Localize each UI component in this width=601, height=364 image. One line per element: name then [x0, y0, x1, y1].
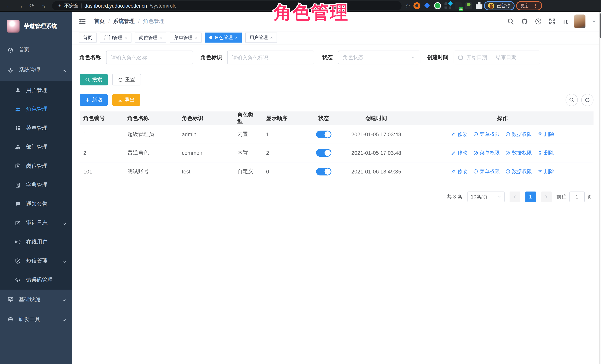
- refresh-table-button[interactable]: [581, 94, 593, 106]
- pagination-goto: 前往 页: [557, 191, 592, 202]
- scrollbar-thumb[interactable]: [600, 13, 601, 38]
- tab-close-icon[interactable]: ×: [160, 35, 162, 40]
- sidebar-item-system-management[interactable]: 系统管理: [0, 59, 72, 81]
- sidebar-item-label: 研发工具: [19, 316, 40, 323]
- tab-close-icon[interactable]: ×: [125, 35, 127, 40]
- tab-label: 岗位管理: [139, 34, 157, 41]
- page-scrollbar[interactable]: [599, 12, 601, 364]
- add-button[interactable]: 新增: [80, 94, 107, 106]
- breadcrumb-home[interactable]: 首页: [94, 18, 105, 25]
- user-avatar[interactable]: [574, 15, 585, 28]
- chevron-down-icon: [62, 297, 66, 301]
- delete-link[interactable]: 删除: [538, 149, 554, 156]
- sidebar-collapse-icon[interactable]: [78, 18, 86, 24]
- browser-forward-icon[interactable]: →: [15, 1, 25, 10]
- tab-close-icon[interactable]: ×: [270, 35, 273, 40]
- tab-label: 角色管理: [214, 34, 233, 41]
- browser-reload-icon[interactable]: ⟳: [27, 1, 37, 10]
- search-icon[interactable]: [507, 18, 514, 25]
- sidebar-item-audit-log[interactable]: 审计日志: [0, 214, 72, 232]
- sidebar-item-error-code[interactable]: 错误码管理: [0, 270, 72, 289]
- reset-button[interactable]: 重置: [112, 74, 141, 85]
- sidebar-item-home[interactable]: 首页: [0, 40, 72, 59]
- address-bar[interactable]: ⚠ 不安全 dashboard.yudao.iocoder.cn/system/…: [52, 1, 401, 10]
- edit-link[interactable]: 修改: [451, 131, 468, 138]
- delete-link[interactable]: 删除: [538, 131, 554, 138]
- status-toggle-on[interactable]: [316, 130, 331, 138]
- menu-permission-link[interactable]: 菜单权限: [473, 168, 500, 175]
- browser-update-chip[interactable]: 更新 ⋮: [516, 1, 542, 10]
- toggle-search-button[interactable]: [565, 94, 578, 106]
- fullscreen-icon[interactable]: [548, 18, 556, 25]
- github-icon[interactable]: [521, 18, 528, 25]
- sidebar-item-sms-management[interactable]: 短信管理: [0, 251, 72, 270]
- sidebar-item-dict-management[interactable]: 字典管理: [0, 176, 72, 195]
- sidebar-item-dept-management[interactable]: 部门管理: [0, 138, 72, 157]
- sidebar-item-role-management[interactable]: 角色管理: [0, 100, 72, 119]
- col-header-role-name: 角色名称: [123, 115, 178, 122]
- tab-dept-management[interactable]: 部门管理 ×: [100, 33, 131, 43]
- app-logo-row[interactable]: 芋道管理系统: [0, 12, 72, 40]
- browser-profile-chip[interactable]: 已暂停: [484, 1, 515, 10]
- help-icon[interactable]: [535, 18, 542, 25]
- sidebar-item-label: 菜单管理: [26, 125, 48, 132]
- extension-icon-green[interactable]: [434, 2, 441, 9]
- role-name-input[interactable]: [106, 50, 193, 64]
- extension-icon-orange[interactable]: [414, 2, 421, 9]
- goto-page-input[interactable]: [569, 191, 584, 202]
- tab-close-icon[interactable]: ×: [235, 35, 238, 40]
- bookmark-star-icon[interactable]: ☆: [405, 1, 411, 10]
- breadcrumb-system[interactable]: 系统管理: [113, 18, 135, 25]
- extensions-puzzle-icon[interactable]: [476, 2, 482, 9]
- extension-icon-grid[interactable]: [445, 2, 451, 9]
- delete-link[interactable]: 删除: [538, 168, 554, 175]
- browser-home-icon[interactable]: ⌂: [38, 1, 48, 10]
- menu-permission-link[interactable]: 菜单权限: [473, 131, 500, 138]
- data-permission-link[interactable]: 数据权限: [505, 149, 532, 156]
- role-name-label: 角色名称: [80, 54, 101, 61]
- date-range-picker[interactable]: 开始日期 - 结束日期: [453, 50, 540, 64]
- status-toggle-on[interactable]: [316, 168, 331, 175]
- sidebar-item-infrastructure[interactable]: 基础设施: [0, 289, 72, 309]
- pencil-icon: [451, 150, 456, 156]
- data-permission-link[interactable]: 数据权限: [505, 168, 532, 175]
- tags-view-bar: 首页 部门管理 × 岗位管理 × 菜单管理 × 角色管理 ×: [72, 31, 601, 44]
- sidebar-item-user-management[interactable]: 用户管理: [0, 81, 72, 100]
- extension-icon-leaf[interactable]: [465, 2, 472, 9]
- role-management-page: 角色名称 角色标识 状态 角色状态 创建时间 开始日期 - 结束日期: [72, 44, 601, 364]
- data-permission-link[interactable]: 数据权限: [505, 131, 532, 138]
- status-label: 状态: [322, 54, 333, 61]
- status-toggle-on[interactable]: [316, 149, 331, 157]
- tab-close-icon[interactable]: ×: [195, 35, 197, 40]
- browser-menu-icon[interactable]: ⋮: [533, 3, 538, 9]
- active-tab-dot: [209, 36, 212, 39]
- profile-emoji-avatar: [488, 3, 494, 9]
- status-select[interactable]: 角色状态: [338, 50, 420, 64]
- sidebar-item-post-management[interactable]: 岗位管理: [0, 157, 72, 176]
- sidebar-item-menu-management[interactable]: 菜单管理: [0, 119, 72, 138]
- font-size-icon[interactable]: Tt: [562, 18, 568, 25]
- edit-link[interactable]: 修改: [451, 149, 468, 156]
- page-number-1[interactable]: 1: [525, 191, 536, 202]
- tab-post-management[interactable]: 岗位管理 ×: [135, 33, 167, 43]
- extension-icon-gem[interactable]: [424, 2, 431, 9]
- avatar-caret-icon[interactable]: [592, 20, 596, 24]
- browser-back-icon[interactable]: ←: [4, 1, 14, 10]
- page-size-select[interactable]: 10条/页: [467, 191, 504, 202]
- extension-icon-switch-on[interactable]: [455, 2, 462, 9]
- sidebar-item-dev-tools[interactable]: 研发工具: [0, 309, 72, 329]
- export-button[interactable]: 导出: [112, 94, 140, 106]
- next-page-button[interactable]: [541, 191, 551, 202]
- tab-menu-management[interactable]: 菜单管理 ×: [170, 33, 201, 43]
- edit-link[interactable]: 修改: [451, 168, 468, 175]
- search-button[interactable]: 搜索: [80, 74, 107, 85]
- sidebar-item-notice[interactable]: 通知公告: [0, 195, 72, 214]
- menu-permission-link[interactable]: 菜单权限: [473, 149, 500, 156]
- sidebar-item-online-users[interactable]: 在线用户: [0, 233, 72, 251]
- tab-user-management[interactable]: 用户管理 ×: [245, 33, 277, 43]
- prev-page-button[interactable]: [510, 191, 520, 202]
- tab-role-management[interactable]: 角色管理 ×: [205, 33, 242, 43]
- tab-home[interactable]: 首页: [79, 33, 96, 43]
- role-key-input[interactable]: [227, 50, 314, 64]
- cell-role-type: 内置: [234, 131, 262, 138]
